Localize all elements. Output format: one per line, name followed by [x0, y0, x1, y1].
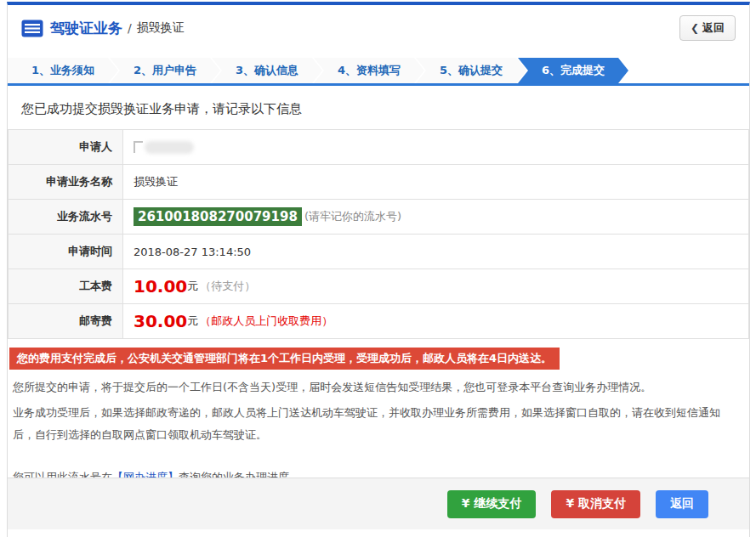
serial-note: (请牢记你的流水号)	[304, 209, 401, 224]
success-message: 您已成功提交损毁换证业务申请，请记录以下信息	[8, 86, 749, 129]
info-table: 申请人 申请业务名称 损毁换证 业务流水号 261001808270079198…	[8, 129, 749, 339]
tab-step-1[interactable]: 1、业务须知	[8, 58, 118, 83]
serial-number-badge: 261001808270079198	[134, 207, 302, 226]
business-name-value: 损毁换证	[123, 165, 748, 199]
fee-unit: 元	[187, 314, 198, 329]
cancel-payment-button[interactable]: ¥ 取消支付	[551, 490, 640, 518]
page-title: 驾驶证业务	[50, 19, 122, 38]
warning-banner: 您的费用支付完成后，公安机关交通管理部门将在1个工作日内受理，受理成功后，邮政人…	[9, 348, 560, 370]
chevron-left-icon: ❮	[691, 22, 699, 34]
table-row-applicant: 申请人	[9, 130, 748, 165]
tab-step-5[interactable]: 5、确认提交	[416, 58, 526, 83]
row-label: 申请人	[9, 130, 123, 164]
row-label: 业务流水号	[9, 200, 123, 234]
production-fee-amount: 10.00	[134, 276, 187, 297]
breadcrumb-separator: /	[128, 21, 132, 35]
row-label: 邮寄费	[9, 304, 123, 338]
table-row-serial: 业务流水号 261001808270079198 (请牢记你的流水号)	[9, 200, 748, 235]
fee-status-note: （待支付）	[200, 279, 255, 294]
row-label: 工本费	[9, 269, 123, 303]
table-row-business-name: 申请业务名称 损毁换证	[9, 165, 748, 200]
back-button[interactable]: ❮ 返回	[679, 15, 736, 41]
page-header: 驾驶证业务 / 损毁换证 ❮ 返回	[8, 5, 749, 51]
tab-step-2[interactable]: 2、用户申告	[110, 58, 220, 83]
postage-note: （邮政人员上门收取费用）	[200, 314, 333, 329]
postage-fee-amount: 30.00	[134, 311, 187, 331]
fee-unit: 元	[187, 279, 198, 294]
table-row-apply-time: 申请时间 2018-08-27 13:14:50	[9, 235, 748, 269]
continue-payment-button[interactable]: ¥ 继续支付	[447, 490, 537, 518]
step-tabs: 1、业务须知 2、用户申告 3、确认信息 4、资料填写 5、确认提交 6、完成提…	[8, 58, 749, 86]
row-label: 申请业务名称	[9, 165, 123, 199]
footer-bar: ¥ 继续支付 ¥ 取消支付 返回	[8, 478, 749, 529]
table-row-production-fee: 工本费 10.00 元 （待支付）	[9, 269, 748, 304]
row-label: 申请时间	[9, 235, 123, 268]
note-paragraph-2: 业务成功受理后，如果选择邮政寄递的，邮政人员将上门送达机动车驾驶证，并收取办理业…	[13, 402, 749, 446]
tab-step-3[interactable]: 3、确认信息	[212, 58, 322, 83]
note-paragraph-1: 您所提交的申请，将于提交后的一个工作日(不含当天)受理，届时会发送短信告知受理结…	[13, 376, 749, 399]
table-row-postage-fee: 邮寄费 30.00 元 （邮政人员上门收取费用）	[9, 304, 748, 339]
tab-step-6-active[interactable]: 6、完成提交	[518, 58, 628, 83]
apply-time-value: 2018-08-27 13:14:50	[123, 235, 748, 268]
return-button[interactable]: 返回	[656, 490, 708, 518]
main-panel: 驾驶证业务 / 损毁换证 ❮ 返回 1、业务须知 2、用户申告 3、确认信息 4…	[7, 2, 750, 537]
back-button-label: 返回	[702, 20, 725, 36]
applicant-name-masked	[134, 141, 194, 154]
license-list-icon	[21, 20, 43, 37]
breadcrumb-current: 损毁换证	[137, 20, 185, 36]
tab-step-4[interactable]: 4、资料填写	[314, 58, 424, 83]
